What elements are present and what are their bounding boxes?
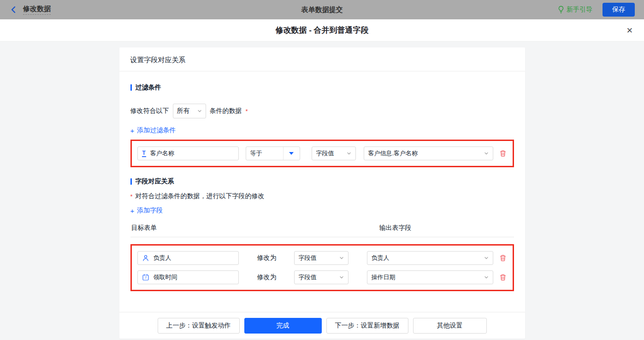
value-type-value: 字段值	[316, 149, 334, 158]
panel-footer: 上一步：设置触发动作 完成 下一步：设置新增数据 其他设置	[119, 312, 525, 339]
condition-value-select[interactable]: 客户信息.客户名称	[364, 147, 493, 160]
plus-icon: +	[130, 207, 135, 215]
delete-condition-button[interactable]	[499, 148, 507, 158]
mapping-row: 负责人 修改为 字段值 负责人	[137, 251, 507, 265]
modal-header: 修改数据 - 合并到普通字段 ✕	[0, 19, 644, 41]
mapping-section-title: 字段对应关系	[130, 177, 514, 186]
value-type-select[interactable]: 字段值	[294, 251, 349, 265]
close-icon[interactable]: ✕	[626, 26, 633, 34]
column-header-output-field: 输出表字段	[379, 224, 412, 232]
filter-section-label: 过滤条件	[136, 83, 161, 92]
add-filter-label: 添加过滤条件	[137, 126, 176, 135]
add-field-label: 添加字段	[137, 206, 163, 215]
back-chevron-icon	[9, 6, 18, 14]
filter-condition-row: T 客户名称 等于 字段值 客户信息.客户名称	[137, 147, 507, 160]
chevron-down-icon	[197, 109, 202, 113]
back-button[interactable]	[9, 6, 18, 14]
filter-annotation-box: T 客户名称 等于 字段值 客户信息.客户名称	[130, 140, 514, 167]
output-field-select[interactable]: 负责人	[367, 251, 493, 265]
trash-icon	[499, 254, 507, 262]
calendar-icon: 7	[142, 274, 149, 281]
filter-section-title: 过滤条件	[130, 83, 514, 92]
add-filter-condition-link[interactable]: + 添加过滤条件	[130, 126, 176, 135]
trash-icon	[499, 150, 507, 157]
form-name-title: 表单数据提交	[301, 6, 343, 14]
trash-icon	[499, 274, 507, 281]
save-button[interactable]: 保存	[603, 3, 635, 17]
chevron-down-icon	[484, 275, 489, 280]
chevron-down-icon	[484, 151, 489, 156]
mapping-description-row: * 对符合过滤条件的数据，进行以下字段的修改	[130, 192, 514, 200]
modal-title: 修改数据 - 合并到普通字段	[275, 25, 368, 35]
value-type-select[interactable]: 字段值	[312, 147, 356, 160]
value-type-select[interactable]: 字段值	[294, 270, 349, 284]
chevron-down-icon	[339, 275, 344, 280]
output-field-value: 操作日期	[372, 273, 396, 281]
lightbulb-icon	[558, 6, 564, 14]
chevron-down-icon	[484, 256, 489, 260]
svg-text:7: 7	[144, 276, 146, 280]
column-header-target-form: 目标表单	[131, 224, 157, 232]
required-mark: *	[130, 193, 133, 200]
value-type-value: 字段值	[299, 254, 317, 262]
prev-step-button[interactable]: 上一步：设置触发动作	[158, 318, 240, 334]
output-field-value: 负责人	[372, 254, 390, 262]
beginner-guide-link[interactable]: 新手引导	[558, 6, 592, 14]
sentence-suffix: 条件的数据	[210, 107, 242, 115]
condition-field-input[interactable]: T 客户名称	[137, 147, 239, 160]
value-type-value: 字段值	[299, 273, 317, 281]
operator-select[interactable]: 等于	[246, 147, 300, 160]
target-field-value: 负责人	[154, 254, 171, 262]
delete-mapping-button[interactable]	[499, 253, 507, 263]
other-settings-button[interactable]: 其他设置	[413, 318, 487, 334]
mapping-row: 7 领取时间 修改为 字段值 操作日期	[137, 270, 507, 284]
top-bar: 修改数据 表单数据提交 新手引导 保存	[0, 0, 644, 19]
target-field-input[interactable]: 负责人	[137, 251, 239, 265]
delete-mapping-button[interactable]	[499, 272, 507, 282]
next-step-button[interactable]: 下一步：设置新增数据	[326, 318, 408, 334]
plus-icon: +	[130, 127, 135, 135]
done-button[interactable]: 完成	[244, 318, 322, 334]
guide-label: 新手引导	[567, 6, 592, 14]
settings-panel: 设置字段对应关系 过滤条件 修改符合以下 所有 条件的数据 * + 添加过滤条件	[119, 47, 525, 339]
mapping-column-headers: 目标表单 输出表字段	[130, 224, 514, 232]
panel-header: 设置字段对应关系	[119, 47, 525, 71]
chevron-down-icon	[339, 256, 344, 260]
text-field-icon: T	[142, 150, 146, 157]
sentence-prefix: 修改符合以下	[130, 107, 169, 115]
target-field-input[interactable]: 7 领取时间	[137, 270, 239, 284]
output-field-select[interactable]: 操作日期	[367, 270, 493, 284]
chevron-down-icon	[347, 151, 351, 156]
section-accent-bar	[130, 84, 132, 91]
operator-caret-zone[interactable]	[283, 147, 300, 160]
condition-value: 客户信息.客户名称	[368, 149, 418, 158]
add-field-link[interactable]: + 添加字段	[130, 206, 163, 215]
modify-to-label: 修改为	[257, 273, 283, 281]
required-mark: *	[246, 108, 248, 115]
user-icon	[142, 254, 149, 262]
condition-field-value: 客户名称	[150, 149, 174, 158]
match-mode-select[interactable]: 所有	[173, 104, 206, 118]
modify-to-label: 修改为	[257, 254, 283, 262]
filter-match-sentence: 修改符合以下 所有 条件的数据 *	[130, 104, 514, 118]
flow-title[interactable]: 修改数据	[23, 5, 51, 15]
match-mode-value: 所有	[177, 107, 190, 115]
mapping-description: 对符合过滤条件的数据，进行以下字段的修改	[136, 192, 265, 200]
mapping-section-label: 字段对应关系	[136, 177, 174, 186]
operator-value: 等于	[246, 147, 283, 160]
mapping-annotation-box: 负责人 修改为 字段值 负责人	[130, 244, 514, 291]
modal-body: 设置字段对应关系 过滤条件 修改符合以下 所有 条件的数据 * + 添加过滤条件	[0, 41, 644, 340]
caret-down-icon	[289, 152, 294, 155]
header-divider	[130, 237, 514, 237]
target-field-value: 领取时间	[154, 273, 177, 281]
section-accent-bar	[130, 178, 132, 185]
